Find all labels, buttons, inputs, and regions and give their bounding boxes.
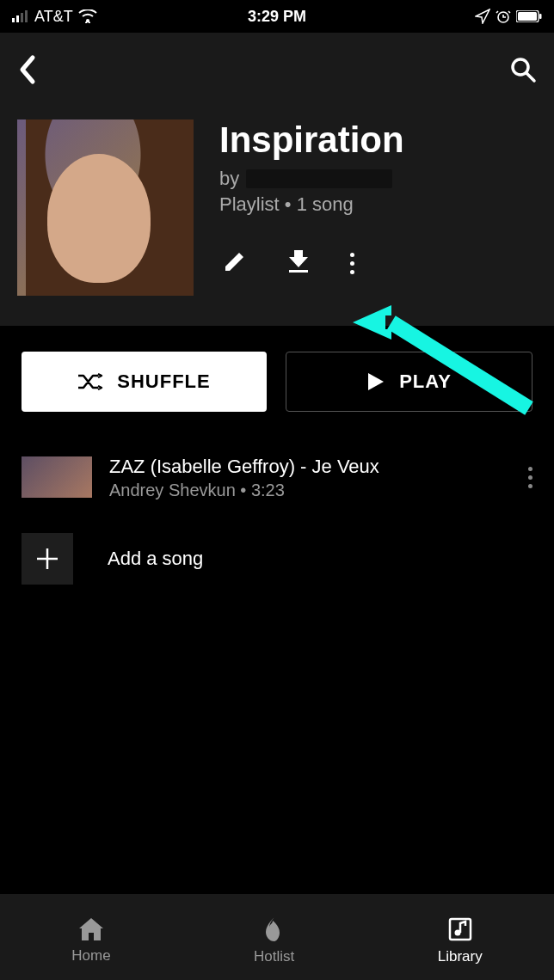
edit-button[interactable] [223,249,247,277]
chevron-left-icon [17,54,38,85]
by-label: by [219,168,239,190]
back-button[interactable] [17,54,38,85]
status-left: AT&T [12,8,97,26]
battery-icon [516,10,542,22]
more-vertical-icon [350,253,354,274]
status-bar: AT&T 3:29 PM [0,0,554,33]
svg-rect-1 [16,15,19,22]
svg-rect-7 [518,12,537,21]
playlist-song-count: 1 song [297,193,354,215]
plus-icon [34,545,61,573]
library-icon [446,916,474,943]
song-list: ZAZ (Isabelle Geffroy) - Je Veux Andrey … [0,438,554,602]
svg-point-4 [86,19,89,22]
nav-home[interactable]: Home [71,916,110,965]
song-row[interactable]: ZAZ (Isabelle Geffroy) - Je Veux Andrey … [22,446,532,509]
playlist-cover-art[interactable] [17,119,194,296]
nav-hotlist[interactable]: Hotlist [254,916,294,965]
svg-rect-0 [12,18,15,22]
shuffle-label: SHUFFLE [117,371,210,393]
play-icon [366,371,385,392]
wifi-icon [78,9,97,23]
pencil-icon [223,249,247,273]
song-title: ZAZ (Isabelle Geffroy) - Je Veux [109,455,511,479]
song-subtitle: Andrey Shevkun • 3:23 [109,481,511,500]
svg-line-10 [526,73,534,81]
svg-rect-2 [21,13,23,22]
flame-icon [262,916,286,943]
song-more-button[interactable] [528,467,532,488]
alarm-icon [496,9,511,24]
button-row: SHUFFLE PLAY [0,326,554,438]
carrier-label: AT&T [34,8,73,26]
play-label: PLAY [399,371,452,393]
playlist-type-label: Playlist [219,193,280,215]
home-icon [77,916,106,942]
svg-rect-8 [539,14,542,19]
nav-home-label: Home [71,947,110,965]
playlist-subline: Playlist • 1 song [219,193,404,216]
playlist-header-section: Inspiration by Playlist • 1 song [0,33,554,326]
song-duration: 3:23 [251,481,285,499]
nav-library-label: Library [438,948,483,965]
playlist-byline: by [219,168,404,190]
playlist-title: Inspiration [219,119,404,161]
playlist-meta: Inspiration by Playlist • 1 song [219,119,404,296]
song-artist: Andrey Shevkun [109,481,236,499]
search-icon [509,56,537,83]
more-button[interactable] [350,253,354,274]
status-right [475,9,542,24]
add-song-label: Add a song [108,548,203,570]
more-vertical-icon [528,467,532,488]
location-icon [475,9,490,24]
download-button[interactable] [286,248,311,278]
playlist-owner-redacted [246,169,392,188]
shuffle-button[interactable]: SHUFFLE [22,352,267,412]
song-thumbnail [22,456,92,498]
search-button[interactable] [509,56,537,83]
svg-rect-11 [289,270,308,273]
nav-hotlist-label: Hotlist [254,948,294,965]
play-button[interactable]: PLAY [286,352,532,412]
add-song-box [22,533,73,585]
signal-icon [12,10,29,22]
add-song-row[interactable]: Add a song [22,509,532,593]
playlist-actions [219,248,404,278]
svg-rect-3 [25,10,28,22]
bottom-nav: Home Hotlist Library [0,894,554,980]
playlist-hero: Inspiration by Playlist • 1 song [17,119,537,296]
status-time: 3:29 PM [248,8,306,26]
download-icon [286,248,311,274]
shuffle-icon [77,371,103,392]
song-text: ZAZ (Isabelle Geffroy) - Je Veux Andrey … [109,455,511,500]
app-bar [17,54,537,85]
nav-library[interactable]: Library [438,916,483,965]
